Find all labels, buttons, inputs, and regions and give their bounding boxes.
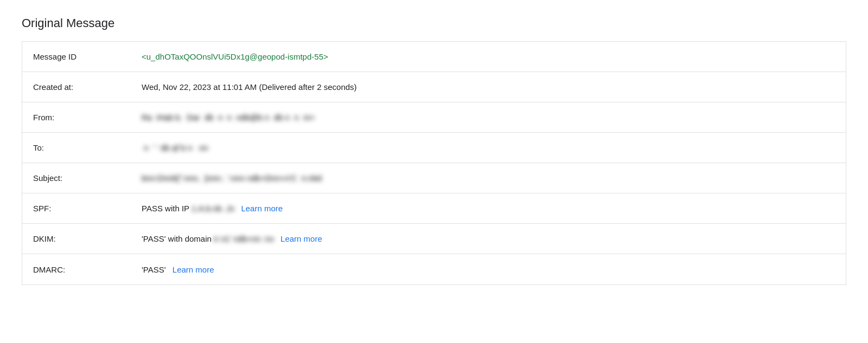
dkim-learn-more-link[interactable]: Learn more bbox=[280, 234, 322, 243]
to-redacted: n ' ' db qf b n nn bbox=[142, 143, 208, 152]
table-row: Subject: bnn:Dnnb[":nnn, [nnn:. ':nnn nd… bbox=[22, 163, 846, 193]
dkim-domain-redacted: ir n1' ndb+nn :nv bbox=[214, 234, 274, 243]
subject-redacted: bnn:Dnnb[":nnn, [nnn:. ':nnn ndb+Dnn+n'C… bbox=[142, 173, 322, 183]
dkim-pass-text: 'PASS' with domain bbox=[142, 234, 214, 243]
spf-pass-text: PASS with IP bbox=[142, 204, 192, 213]
from-value: Ra iHab b. Dar db n n ndb@b n db n n m> bbox=[131, 105, 846, 130]
table-row: To: n ' ' db qf b n nn bbox=[22, 133, 846, 163]
spf-value: PASS with IP 1.A.b.nb .Jv Learn more bbox=[131, 196, 846, 221]
dmarc-learn-more-link[interactable]: Learn more bbox=[173, 265, 214, 274]
from-redacted: Ra iHab b. Dar db n n ndb@b n db n n m> bbox=[142, 113, 315, 122]
created-at-value: Wed, Nov 22, 2023 at 11:01 AM (Delivered… bbox=[131, 75, 846, 99]
message-id-text: <u_dhOTaxQOOnslVUi5Dx1g@geopod-ismtpd-55… bbox=[142, 52, 328, 61]
table-row: From: Ra iHab b. Dar db n n ndb@b n db n… bbox=[22, 102, 846, 133]
message-table: Message ID <u_dhOTaxQOOnslVUi5Dx1g@geopo… bbox=[22, 41, 846, 285]
dmarc-label: DMARC: bbox=[22, 257, 131, 282]
table-row: DKIM: 'PASS' with domain ir n1' ndb+nn :… bbox=[22, 224, 846, 254]
message-id-label: Message ID bbox=[22, 44, 131, 69]
dmarc-pass-text: 'PASS' bbox=[142, 265, 166, 274]
subject-label: Subject: bbox=[22, 166, 131, 190]
dkim-label: DKIM: bbox=[22, 226, 131, 251]
dkim-value: 'PASS' with domain ir n1' ndb+nn :nv Lea… bbox=[131, 226, 846, 251]
spf-label: SPF: bbox=[22, 196, 131, 221]
table-row: DMARC: 'PASS' Learn more bbox=[22, 254, 846, 284]
spf-ip-redacted: 1.A.b.nb .Jv bbox=[192, 204, 234, 213]
table-row: Created at: Wed, Nov 22, 2023 at 11:01 A… bbox=[22, 72, 846, 102]
table-row: Message ID <u_dhOTaxQOOnslVUi5Dx1g@geopo… bbox=[22, 42, 846, 72]
from-label: From: bbox=[22, 105, 131, 130]
table-row: SPF: PASS with IP 1.A.b.nb .Jv Learn mor… bbox=[22, 193, 846, 224]
to-label: To: bbox=[22, 135, 131, 160]
dmarc-value: 'PASS' Learn more bbox=[131, 257, 846, 282]
page-title: Original Message bbox=[22, 16, 846, 30]
to-value: n ' ' db qf b n nn bbox=[131, 135, 846, 160]
message-id-value: <u_dhOTaxQOOnslVUi5Dx1g@geopod-ismtpd-55… bbox=[131, 44, 846, 69]
spf-learn-more-link[interactable]: Learn more bbox=[241, 204, 283, 213]
created-at-label: Created at: bbox=[22, 75, 131, 99]
subject-value: bnn:Dnnb[":nnn, [nnn:. ':nnn ndb+Dnn+n'C… bbox=[131, 166, 846, 190]
